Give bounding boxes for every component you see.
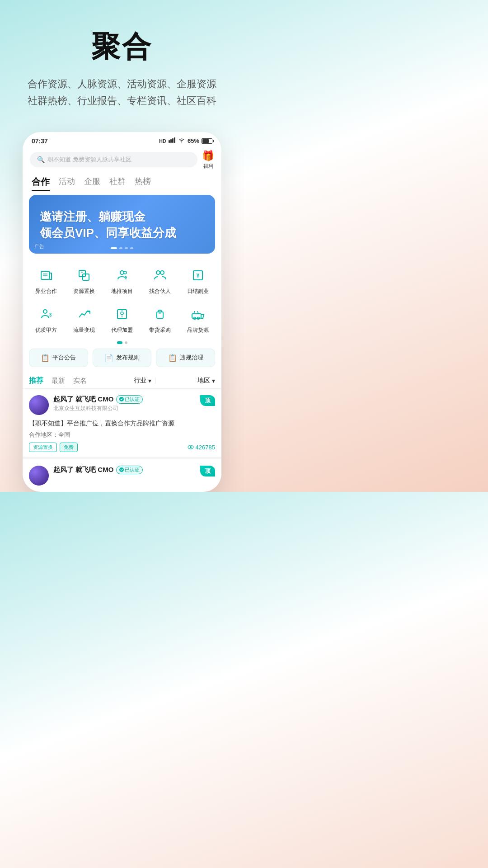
- nav-tab-shequn[interactable]: 社群: [109, 176, 126, 191]
- battery-percent: 65%: [188, 137, 199, 144]
- network-icon: HD: [159, 138, 166, 144]
- svg-point-22: [121, 312, 123, 315]
- icon-item-huoban[interactable]: 找合伙人: [141, 261, 179, 300]
- banner-dot-4: [130, 247, 133, 249]
- ziyuan-icon: [74, 265, 94, 285]
- banner[interactable]: 邀请注册、躺赚现金 领会员VIP、同享收益分成 广告: [29, 195, 215, 254]
- icon-item-ziyuan[interactable]: 资源置换: [65, 261, 103, 300]
- ditui-label: 地推项目: [111, 288, 133, 295]
- user-info-2: 起风了 就飞吧 CMO 已认证: [53, 466, 215, 474]
- nav-tab-huodong[interactable]: 活动: [59, 176, 75, 191]
- banner-dot-2: [119, 247, 122, 249]
- banner-text-line1: 邀请注册、躺赚现金: [40, 208, 204, 225]
- user-name-2: 起风了 就飞吧 CMO: [53, 466, 113, 474]
- banner-ad-label: 广告: [34, 243, 44, 250]
- verified-badge-1: 已认证: [116, 395, 143, 404]
- phone-mockup: 07:37 HD: [23, 132, 221, 492]
- icon-item-liuliang[interactable]: 流量变现: [65, 300, 103, 339]
- liuliang-icon: [74, 304, 94, 324]
- svg-rect-2: [172, 138, 174, 143]
- company-name-1: 北京众生互娱科技有限公司: [53, 405, 215, 412]
- card-header-1: 起风了 就飞吧 CMO 已认证 北京众生互娱科技有限公司: [29, 395, 215, 415]
- rizhu-icon: ¥: [188, 265, 208, 285]
- nav-tab-qifu[interactable]: 企服: [84, 176, 100, 191]
- daihuo-icon: [150, 304, 170, 324]
- nav-tab-hezuo[interactable]: 合作: [32, 176, 50, 191]
- icon-item-ditui[interactable]: 地推项目: [103, 261, 141, 300]
- card-region-1: 合作地区：全国: [29, 431, 215, 439]
- icon-grid: 异业合作 资源置换: [23, 254, 221, 339]
- svg-point-14: [160, 271, 164, 274]
- verified-badge-2: 已认证: [116, 466, 143, 474]
- icon-item-youzhijia[interactable]: $ 优质甲方: [27, 300, 65, 339]
- view-number-1: 426785: [196, 444, 215, 451]
- user-name-1: 起风了 就飞吧 CMO: [53, 395, 113, 404]
- svg-text:¥: ¥: [197, 273, 200, 279]
- phone-mockup-wrap: 07:37 HD: [0, 123, 244, 492]
- banner-dot-3: [125, 247, 128, 249]
- hero-title: 聚合: [14, 27, 230, 66]
- banner-dot-1: [111, 247, 117, 249]
- grid-dot-2: [125, 341, 127, 344]
- top-badge-1: 顶: [200, 395, 215, 406]
- daili-label: 代理加盟: [111, 326, 133, 334]
- violation-label: 违规治理: [180, 354, 203, 362]
- svg-point-35: [119, 467, 124, 472]
- feed-filter-region[interactable]: 地区 ▾: [197, 377, 215, 385]
- violation-icon: 📋: [168, 354, 177, 362]
- avatar-2: [29, 466, 49, 486]
- search-bar-wrap: 🔍 职不知道 免费资源人脉共享社区 🎁 福利: [23, 147, 221, 174]
- tag-ziyuan-1[interactable]: 资源置换: [29, 443, 57, 452]
- search-bar[interactable]: 🔍 职不知道 免费资源人脉共享社区: [30, 152, 197, 167]
- card-content-1: 【职不知道】平台推广位，置换合作方品牌推广资源: [29, 419, 215, 428]
- status-right: HD 65%: [159, 137, 212, 144]
- svg-point-4: [181, 142, 182, 142]
- user-name-row-1: 起风了 就飞吧 CMO 已认证: [53, 395, 215, 404]
- feed-card-2[interactable]: 顶 起风了 就飞吧 CMO 已认证: [23, 459, 221, 492]
- tag-free-1[interactable]: 免费: [60, 443, 78, 452]
- icon-item-dailijia[interactable]: 代理加盟: [103, 300, 141, 339]
- verified-label-1: 已认证: [125, 396, 140, 403]
- svg-point-17: [43, 310, 47, 313]
- verified-label-2: 已认证: [125, 467, 140, 473]
- status-bar: 07:37 HD: [23, 132, 221, 147]
- avatar-1: [29, 395, 49, 415]
- eye-icon-1: [188, 445, 194, 449]
- ziyuan-label: 资源置换: [73, 288, 95, 295]
- platform-notice-btn[interactable]: 📋 平台公告: [29, 349, 88, 367]
- hero-subtitle-line2: 社群热榜、行业报告、专栏资讯、社区百科: [14, 92, 230, 109]
- chevron-down-icon-2: ▾: [212, 377, 215, 384]
- huoban-icon: [150, 265, 170, 285]
- notice-icon: 📋: [41, 354, 50, 362]
- youzhijia-icon: $: [36, 304, 56, 324]
- nav-tab-rebang[interactable]: 热榜: [135, 176, 151, 191]
- violation-btn[interactable]: 📋 违规治理: [156, 349, 215, 367]
- publish-rules-btn[interactable]: 📄 发布规则: [93, 349, 152, 367]
- svg-rect-5: [41, 271, 49, 279]
- welfare-button[interactable]: 🎁 福利: [202, 150, 214, 170]
- icon-item-daihuo[interactable]: 带货采购: [141, 300, 179, 339]
- svg-point-32: [119, 397, 124, 401]
- feed-filter-industry[interactable]: 行业 ▾: [134, 377, 151, 385]
- feed-card-1[interactable]: 顶 起风了 就飞吧 CMO 已认证 北京众生互娱科技有限公司 【职: [23, 389, 221, 459]
- card-footer-1: 资源置换 免费 426785: [29, 443, 215, 452]
- feed-tab-latest[interactable]: 最新: [52, 377, 65, 385]
- liuliang-label: 流量变现: [73, 326, 95, 334]
- svg-point-11: [120, 271, 124, 274]
- daihuo-label: 带货采购: [149, 326, 171, 334]
- icon-item-rizhujieye[interactable]: ¥ 日结副业: [179, 261, 217, 300]
- hero-subtitle-line1: 合作资源、人脉资源、活动资源、企服资源: [14, 75, 230, 92]
- youzhijia-label: 优质甲方: [35, 326, 57, 334]
- feed-tab-realname[interactable]: 实名: [73, 377, 87, 385]
- battery-icon: [202, 138, 212, 144]
- svg-rect-0: [169, 140, 170, 143]
- icon-item-yiye[interactable]: 异业合作: [27, 261, 65, 300]
- banner-dots: [111, 247, 133, 249]
- icon-item-pinpai[interactable]: 品牌货源: [179, 300, 217, 339]
- search-icon: 🔍: [37, 156, 45, 163]
- welfare-label: 福利: [203, 163, 213, 170]
- feed-tab-recommend[interactable]: 推荐: [29, 376, 43, 386]
- svg-rect-27: [192, 314, 201, 318]
- action-buttons: 📋 平台公告 📄 发布规则 📋 违规治理: [23, 349, 221, 373]
- hero-subtitle: 合作资源、人脉资源、活动资源、企服资源 社群热榜、行业报告、专栏资讯、社区百科: [14, 75, 230, 109]
